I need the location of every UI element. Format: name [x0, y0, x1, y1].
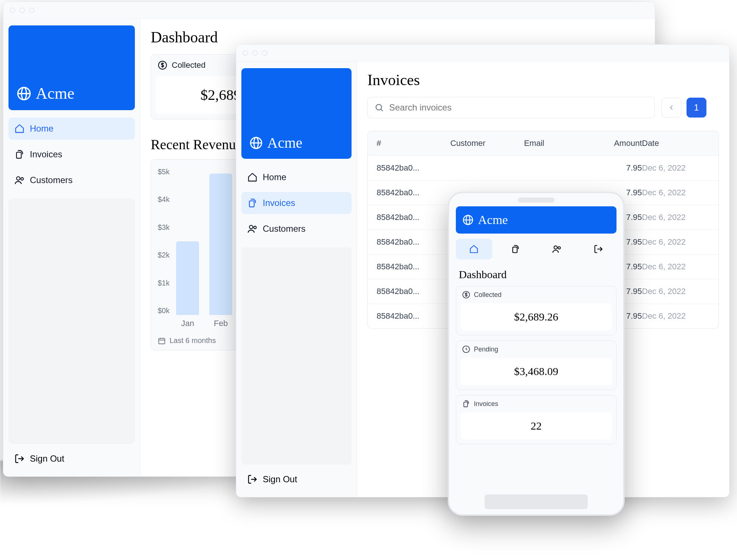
stat-label: Invoices: [474, 400, 498, 408]
brand-name: Acme: [478, 213, 508, 227]
cell-customer: [450, 163, 524, 173]
col-customer: Customer: [450, 139, 524, 148]
window-dot: [262, 50, 267, 56]
pager: 1: [661, 98, 706, 118]
stat-value: $3,468.09: [461, 358, 612, 385]
titlebar: [236, 45, 729, 62]
dollar-icon: [158, 60, 167, 70]
cell-id: 85842ba0...: [377, 213, 450, 222]
stat-value: $2,689.26: [461, 303, 612, 330]
cell-date: Dec 6, 2022: [642, 237, 716, 247]
sidebar: Acme Home Invoices Customers Sign Out: [236, 62, 357, 497]
brand-tile[interactable]: Acme: [456, 206, 617, 234]
table-header: # Customer Email Amount Date: [368, 131, 719, 155]
signout-label: Sign Out: [30, 454, 64, 464]
signout-icon: [247, 474, 258, 484]
mobile-nav: [456, 239, 617, 259]
users-icon: [14, 175, 25, 185]
cell-date: Dec 6, 2022: [642, 213, 716, 222]
chart-footer-text: Last 6 months: [170, 336, 216, 345]
stat-collected: Collected $2,689.26: [456, 286, 617, 335]
stat-invoices: Invoices 22: [456, 395, 617, 444]
y-tick: $2k: [158, 251, 170, 259]
stat-label: Pending: [474, 346, 498, 353]
cell-date: Dec 6, 2022: [642, 311, 716, 321]
window-dot: [243, 50, 248, 56]
page-title: Invoices: [367, 71, 719, 89]
globe-icon: [249, 136, 263, 150]
sidebar: Acme Home Invoices Customers Sign Out: [3, 19, 140, 476]
nav-invoices[interactable]: Invoices: [8, 143, 135, 165]
y-tick: $1k: [158, 279, 170, 287]
window-dot: [10, 8, 15, 13]
brand-name: Acme: [267, 134, 303, 151]
y-tick: $5k: [158, 168, 170, 176]
nav-customers[interactable]: Customers: [241, 218, 352, 240]
page-title: Dashboard: [459, 268, 617, 281]
cell-id: 85842ba0...: [377, 188, 450, 197]
signout-button[interactable]: Sign Out: [8, 448, 135, 470]
sidebar-filler: [8, 199, 135, 444]
phone-notch: [518, 197, 555, 203]
search-input[interactable]: [389, 102, 648, 113]
nav-home[interactable]: [456, 239, 492, 259]
nav-home[interactable]: Home: [241, 166, 352, 188]
home-icon: [14, 123, 25, 134]
titlebar: [3, 2, 655, 19]
sidebar-nav: Home Invoices Customers: [241, 166, 352, 240]
nav-customers[interactable]: Customers: [8, 169, 135, 191]
signout-icon: [14, 454, 25, 464]
y-tick: $4k: [158, 195, 170, 204]
document-icon: [511, 244, 520, 254]
y-tick: $3k: [158, 223, 170, 232]
signout-label: Sign Out: [263, 474, 297, 484]
nav-label: Customers: [30, 175, 73, 185]
chevron-left-icon: [667, 104, 675, 112]
nav-signout[interactable]: [580, 239, 617, 259]
brand-tile[interactable]: Acme: [241, 68, 352, 159]
search-box[interactable]: [367, 97, 655, 118]
window-dot: [20, 8, 25, 13]
nav-label: Home: [30, 123, 53, 134]
document-icon: [462, 400, 470, 408]
nav-label: Invoices: [30, 149, 62, 160]
nav-customers[interactable]: [539, 239, 575, 259]
page-current[interactable]: 1: [687, 98, 706, 118]
nav-invoices[interactable]: [497, 239, 534, 259]
signout-button[interactable]: Sign Out: [241, 468, 352, 490]
dollar-icon: [462, 291, 470, 299]
home-icon: [247, 172, 258, 182]
mobile-bottom-bar: [449, 489, 623, 514]
document-icon: [14, 149, 25, 160]
cell-id: 85842ba0...: [377, 237, 450, 247]
y-tick: $0k: [158, 307, 170, 315]
home-icon: [469, 244, 479, 254]
stat-label: Collected: [172, 60, 206, 70]
cell-date: Dec 6, 2022: [642, 262, 716, 272]
sidebar-filler: [241, 247, 352, 465]
cell-id: 85842ba0...: [377, 163, 450, 173]
page-prev[interactable]: [661, 98, 681, 118]
x-tick: Feb: [209, 319, 232, 328]
table-row[interactable]: 85842ba0...7.95Dec 6, 2022: [368, 155, 719, 180]
chart-bar: [176, 241, 199, 315]
nav-invoices[interactable]: Invoices: [241, 192, 352, 214]
sidebar-nav: Home Invoices Customers: [8, 118, 135, 191]
signout-icon: [594, 244, 603, 254]
chart-y-axis: $5k$4k$3k$2k$1k$0k: [158, 168, 170, 315]
cell-date: Dec 6, 2022: [642, 188, 716, 197]
stat-label: Collected: [474, 291, 502, 299]
nav-home[interactable]: Home: [8, 118, 135, 140]
col-email: Email: [524, 139, 583, 148]
nav-label: Invoices: [263, 198, 295, 208]
clock-icon: [462, 345, 470, 353]
mobile-mock: Acme Dashboard Collected $2,689.26 Pendi…: [448, 192, 625, 516]
window-dot: [29, 8, 34, 13]
search-icon: [374, 103, 384, 112]
window-dot: [252, 50, 258, 56]
brand-tile[interactable]: Acme: [8, 25, 135, 110]
col-id: #: [377, 139, 450, 148]
chart-bar: [209, 174, 232, 315]
cell-amount: 7.95: [583, 163, 642, 173]
users-icon: [552, 244, 562, 254]
